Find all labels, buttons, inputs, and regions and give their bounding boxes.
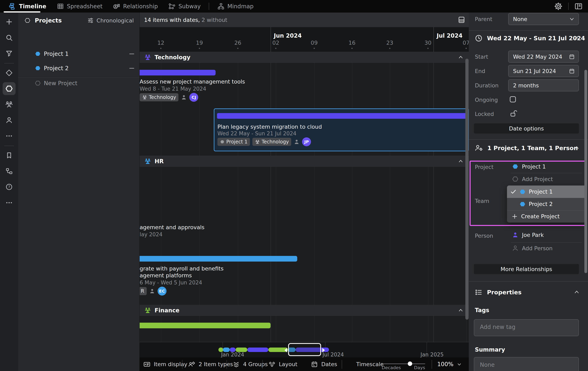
- avatar[interactable]: EC: [158, 287, 167, 295]
- layout-button[interactable]: Layout: [268, 358, 297, 371]
- task-title-truncated[interactable]: agement and approvals: [140, 224, 204, 230]
- new-project-item[interactable]: New Project: [18, 77, 139, 90]
- add-project-row[interactable]: Add Project: [512, 175, 553, 183]
- group-header-hr[interactable]: HR: [140, 156, 469, 167]
- tab-mindmap[interactable]: Mindmap: [212, 0, 259, 12]
- new-project-label: New Project: [44, 80, 77, 87]
- dates-button[interactable]: Dates: [311, 358, 337, 371]
- add-person-row[interactable]: Add Person: [512, 245, 553, 252]
- avatar[interactable]: CJ: [189, 93, 198, 102]
- avatar[interactable]: JP: [302, 137, 311, 146]
- parent-select[interactable]: None: [508, 13, 579, 25]
- person-icon[interactable]: [3, 114, 16, 127]
- start-label: Start: [475, 54, 488, 60]
- spreadsheet-icon: [57, 3, 64, 10]
- dropdown-create-project[interactable]: Create Project: [507, 210, 586, 222]
- week-gridline: [314, 52, 315, 342]
- task-bar-plan[interactable]: [217, 113, 467, 119]
- collapse-chevron-icon[interactable]: [458, 307, 464, 313]
- new-project-hexagon-icon: [35, 80, 41, 86]
- row-layout-icon[interactable]: [458, 16, 465, 24]
- dropdown-option-project-1[interactable]: Project 1: [507, 186, 586, 198]
- task-bar-hr2[interactable]: [140, 256, 297, 262]
- help-icon[interactable]: ?: [3, 180, 16, 193]
- properties-section-header[interactable]: Properties: [475, 288, 522, 296]
- connections-icon[interactable]: [3, 165, 16, 178]
- sort-chronological-button[interactable]: Chronological: [87, 12, 134, 28]
- timescale-slider-track[interactable]: [382, 363, 425, 364]
- filter-icon[interactable]: [3, 47, 16, 60]
- more-items-icon[interactable]: [3, 130, 16, 142]
- duration-field[interactable]: 2 months: [508, 79, 579, 91]
- task-bar-finance[interactable]: [140, 323, 271, 328]
- minimap-viewport[interactable]: [288, 343, 321, 356]
- add-item-button[interactable]: [3, 15, 16, 28]
- teams-icon[interactable]: [3, 98, 16, 111]
- clock-icon: [475, 34, 483, 42]
- toolbar-divider: [182, 360, 182, 369]
- task-bar-assess[interactable]: [140, 70, 216, 76]
- date-options-button[interactable]: Date options: [474, 123, 579, 133]
- project-list-item-2[interactable]: Project 2: [18, 62, 139, 75]
- project-tag-chip[interactable]: Project 1: [217, 138, 250, 146]
- tab-timeline[interactable]: Timeline: [4, 0, 52, 12]
- toolbar-divider: [262, 360, 263, 369]
- more-relationships-button[interactable]: More Relationships: [474, 264, 579, 274]
- task-title[interactable]: Assess new project management tools: [140, 78, 245, 85]
- team-tag-chip-truncated[interactable]: R: [140, 287, 147, 295]
- collapse-minus-icon[interactable]: [129, 68, 134, 69]
- team-tag-chip[interactable]: Technology: [140, 93, 178, 101]
- project-list-item-1[interactable]: Project 1: [18, 47, 139, 60]
- panel-scrollbar[interactable]: [584, 70, 587, 273]
- collapse-chevron-icon[interactable]: [573, 289, 580, 295]
- group-header-technology[interactable]: Technology: [140, 52, 469, 63]
- collapse-chevron-icon[interactable]: [573, 144, 580, 151]
- hexagon-projects-icon[interactable]: [3, 82, 16, 95]
- timescale-slider-knob[interactable]: [408, 361, 412, 366]
- selected-task-card[interactable]: Plan legacy system migration to cloud We…: [214, 109, 469, 151]
- ongoing-checkbox[interactable]: [510, 96, 516, 102]
- vertical-scrollbar[interactable]: [465, 59, 469, 320]
- diamond-items-icon[interactable]: [3, 66, 16, 79]
- settings-gear-icon[interactable]: [554, 2, 563, 11]
- minimap-right-arrow[interactable]: [322, 348, 325, 352]
- dropdown-option-project-2[interactable]: Project 2: [507, 198, 586, 210]
- panel-layout-icon[interactable]: [574, 2, 583, 11]
- zoom-level-button[interactable]: 100%: [437, 358, 462, 371]
- person-outline-icon: [512, 245, 519, 252]
- team-tag-chip[interactable]: Technology: [252, 138, 291, 146]
- tab-spreadsheet[interactable]: Spreadsheet: [52, 0, 108, 12]
- collapse-chevron-icon[interactable]: [458, 158, 464, 164]
- item-types-button[interactable]: 2 Item types: [188, 358, 233, 371]
- month-gridline: [433, 52, 434, 342]
- tab-relationship[interactable]: Relationship: [108, 0, 163, 12]
- group-header-finance[interactable]: Finance: [140, 305, 469, 316]
- add-tag-input[interactable]: Add new tag: [474, 319, 579, 336]
- dates-section-header[interactable]: Wed 22 May - Sun 21 Jul 2024: [475, 34, 585, 42]
- collapse-chevron-icon[interactable]: [458, 54, 464, 60]
- task-title-truncated[interactable]: grate with payroll and benefits: [140, 265, 223, 272]
- task-dates: Wed 22 May - Sun 21 Jul 2024: [217, 131, 296, 137]
- relationships-section-header[interactable]: 1 Project, 1 Team, 1 Person: [475, 144, 578, 152]
- person-value-row[interactable]: Joe Park: [512, 231, 544, 238]
- minimap-left-arrow[interactable]: [284, 348, 287, 352]
- day-tick-label: 26: [232, 40, 244, 46]
- start-date-field[interactable]: Wed 22 May 2024: [508, 51, 579, 63]
- item-display-button[interactable]: Item display: [143, 358, 187, 371]
- timescale-label: Timescale: [356, 358, 384, 371]
- calendar-icon: [569, 68, 575, 74]
- summary-field[interactable]: None: [474, 357, 579, 371]
- project-hexagon-icon: [519, 188, 526, 195]
- project-value-row[interactable]: Project 1: [512, 163, 546, 170]
- tab-subway[interactable]: Subway: [163, 0, 206, 12]
- unlocked-icon[interactable]: [509, 109, 517, 117]
- month-boundary-line: [271, 27, 271, 52]
- end-date-field[interactable]: Sun 21 Jul 2024: [508, 65, 579, 77]
- bookmark-icon[interactable]: [3, 149, 16, 162]
- collapse-minus-icon[interactable]: [129, 54, 134, 54]
- day-tick-dot: [275, 48, 276, 49]
- more-tools-icon[interactable]: [3, 196, 16, 209]
- search-icon[interactable]: [3, 31, 16, 44]
- collapse-chevron-icon[interactable]: [573, 35, 580, 41]
- timeline-minimap[interactable]: Jan 2024Jul 2024Jan 2025: [140, 342, 469, 358]
